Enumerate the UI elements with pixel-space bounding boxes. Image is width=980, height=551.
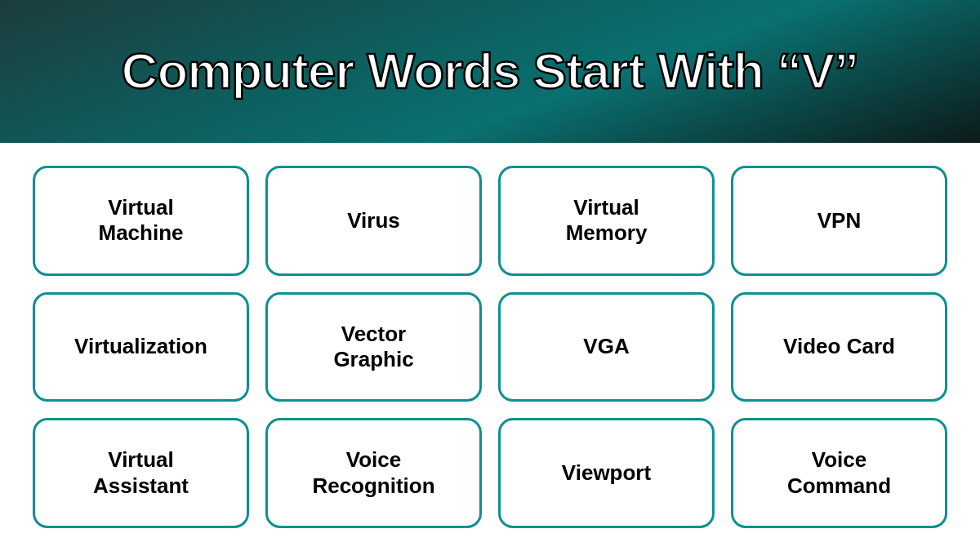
page-title: Computer Words Start With “V” <box>122 43 859 99</box>
card-vpn: VPN <box>731 166 947 276</box>
card-label-viewport: Viewport <box>562 460 651 486</box>
card-label-vector-graphic: VectorGraphic <box>333 322 413 372</box>
card-virtualization: Virtualization <box>33 292 249 402</box>
card-label-video-card: Video Card <box>783 334 895 359</box>
page-header: Computer Words Start With “V” <box>0 0 980 143</box>
card-label-voice-recognition: VoiceRecognition <box>312 447 434 498</box>
word-grid: VirtualMachineVirusVirtualMemoryVPNVirtu… <box>0 143 980 551</box>
card-label-virtual-memory: VirtualMemory <box>566 195 648 246</box>
card-label-vpn: VPN <box>817 208 861 233</box>
card-label-voice-command: VoiceCommand <box>787 447 891 498</box>
card-virtual-machine: VirtualMachine <box>33 166 249 276</box>
card-vector-graphic: VectorGraphic <box>265 292 482 402</box>
card-vga: VGA <box>498 292 715 402</box>
card-label-virus: Virus <box>347 208 400 233</box>
card-label-virtual-machine: VirtualMachine <box>98 195 183 246</box>
card-label-vga: VGA <box>583 334 629 359</box>
card-label-virtual-assistant: VirtualAssistant <box>93 447 189 498</box>
card-video-card: Video Card <box>731 292 947 402</box>
card-virus: Virus <box>265 166 482 276</box>
card-virtual-memory: VirtualMemory <box>498 166 715 276</box>
card-label-virtualization: Virtualization <box>74 334 207 359</box>
card-voice-recognition: VoiceRecognition <box>265 418 482 528</box>
card-viewport: Viewport <box>498 418 715 528</box>
card-virtual-assistant: VirtualAssistant <box>33 418 249 528</box>
card-voice-command: VoiceCommand <box>731 418 947 528</box>
